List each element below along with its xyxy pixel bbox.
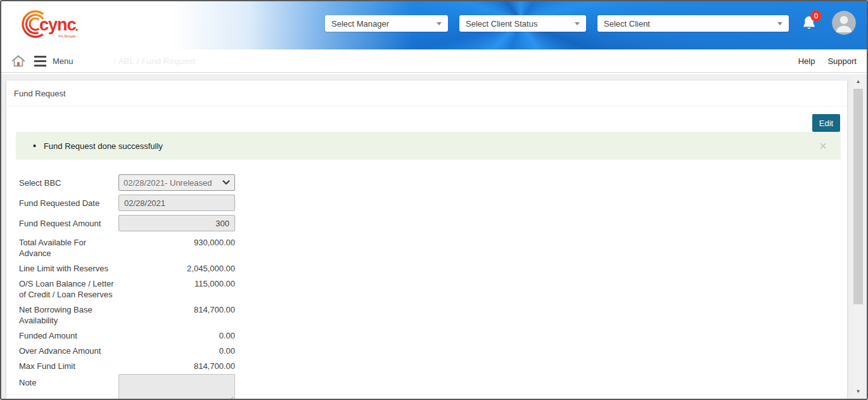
alert-message: Fund Request done successfully	[44, 141, 163, 151]
total-available-value: 930,000.00	[118, 237, 235, 259]
cync-logo-icon: cync It's Simple	[20, 6, 96, 44]
page-title: Fund Request	[6, 81, 847, 106]
app-window: cync It's Simple Select Manager Select C…	[0, 0, 868, 400]
alert-bullet: •	[33, 141, 36, 151]
caret-down-icon	[777, 22, 782, 25]
net-borrowing-base-value: 814,700.00	[118, 304, 235, 326]
notifications-button[interactable]: 0	[801, 15, 820, 34]
hamburger-menu-icon[interactable]	[34, 56, 46, 67]
logo-tagline: It's Simple	[58, 34, 76, 38]
notification-count-badge: 0	[810, 10, 822, 22]
line-limit-value: 2,045,000.00	[118, 263, 235, 274]
line-limit-label: Line Limit with Reserves	[19, 263, 118, 274]
max-fund-limit-value: 814,700.00	[118, 361, 235, 371]
max-fund-limit-label: Max Fund Limit	[19, 361, 118, 371]
user-avatar[interactable]	[832, 11, 856, 35]
note-row: Note	[19, 374, 847, 399]
user-avatar-icon	[832, 11, 856, 35]
over-advance-label: Over Advance Amount	[19, 345, 118, 356]
cync-logo[interactable]: cync It's Simple	[20, 6, 96, 44]
fund-request-form: Select BBC 02/28/2021- Unreleased Fund R…	[19, 174, 847, 399]
select-bbc-dropdown[interactable]: 02/28/2021- Unreleased	[118, 174, 235, 191]
fund-requested-date-input[interactable]	[118, 195, 235, 211]
fund-request-panel: Fund Request Edit • Fund Request done su…	[6, 81, 847, 399]
select-manager-label: Select Manager	[331, 19, 389, 29]
over-advance-row: Over Advance Amount 0.00	[19, 345, 847, 356]
help-link[interactable]: Help	[798, 56, 815, 66]
note-label: Note	[19, 374, 118, 399]
support-link[interactable]: Support	[827, 56, 857, 66]
over-advance-value: 0.00	[118, 345, 235, 356]
select-client-status-dropdown[interactable]: Select Client Status	[459, 15, 586, 32]
fund-requested-date-row: Fund Requested Date	[19, 195, 847, 211]
top-header: cync It's Simple Select Manager Select C…	[1, 1, 867, 49]
menu-bar: Menu / ABL / Fund Request Help Support	[1, 49, 867, 73]
scrollbar-thumb[interactable]	[853, 89, 863, 304]
max-fund-limit-row: Max Fund Limit 814,700.00	[19, 361, 847, 371]
net-borrowing-base-row: Net Borrowing Base Availability 814,700.…	[19, 304, 847, 326]
os-loan-balance-label: O/S Loan Balance / Letter of Credit / Lo…	[19, 278, 118, 300]
home-icon[interactable]	[11, 55, 25, 67]
select-client-label: Select Client	[604, 19, 650, 29]
vertical-scrollbar: ▲ ▼	[853, 75, 864, 397]
content-area: Fund Request Edit • Fund Request done su…	[1, 74, 867, 399]
fund-request-amount-label: Fund Request Amount	[19, 215, 118, 231]
select-client-dropdown[interactable]: Select Client	[597, 15, 789, 32]
edit-button[interactable]: Edit	[812, 114, 840, 132]
caret-down-icon	[575, 22, 580, 25]
breadcrumb: / ABL / Fund Request	[114, 56, 196, 66]
fund-request-amount-row: Fund Request Amount	[19, 215, 847, 231]
os-loan-balance-value: 115,000.00	[118, 278, 235, 300]
select-bbc-label: Select BBC	[19, 174, 118, 191]
menu-label[interactable]: Menu	[53, 56, 73, 66]
os-loan-balance-row: O/S Loan Balance / Letter of Credit / Lo…	[19, 278, 847, 300]
total-available-row: Total Available For Advance 930,000.00	[19, 237, 847, 259]
funded-amount-label: Funded Amount	[19, 330, 118, 341]
chevron-down-icon	[222, 180, 230, 185]
scroll-up-button[interactable]: ▲	[853, 76, 864, 87]
note-textarea[interactable]	[118, 374, 235, 399]
select-bbc-value: 02/28/2021- Unreleased	[124, 178, 212, 188]
success-alert: • Fund Request done successfully ×	[16, 132, 841, 160]
fund-request-amount-input[interactable]	[118, 215, 235, 231]
caret-down-icon	[437, 22, 442, 25]
toolbar-row: Edit	[6, 106, 847, 132]
funded-amount-row: Funded Amount 0.00	[19, 330, 847, 341]
total-available-label: Total Available For Advance	[19, 237, 118, 259]
funded-amount-value: 0.00	[118, 330, 235, 341]
select-bbc-row: Select BBC 02/28/2021- Unreleased	[19, 174, 847, 191]
select-client-status-label: Select Client Status	[466, 19, 537, 29]
fund-requested-date-label: Fund Requested Date	[19, 195, 118, 211]
close-icon[interactable]: ×	[819, 139, 827, 152]
scroll-down-button[interactable]: ▼	[853, 386, 864, 397]
logo-brand-text: cync	[39, 15, 77, 34]
line-limit-row: Line Limit with Reserves 2,045,000.00	[19, 263, 847, 274]
net-borrowing-base-label: Net Borrowing Base Availability	[19, 304, 118, 326]
select-manager-dropdown[interactable]: Select Manager	[325, 15, 448, 32]
